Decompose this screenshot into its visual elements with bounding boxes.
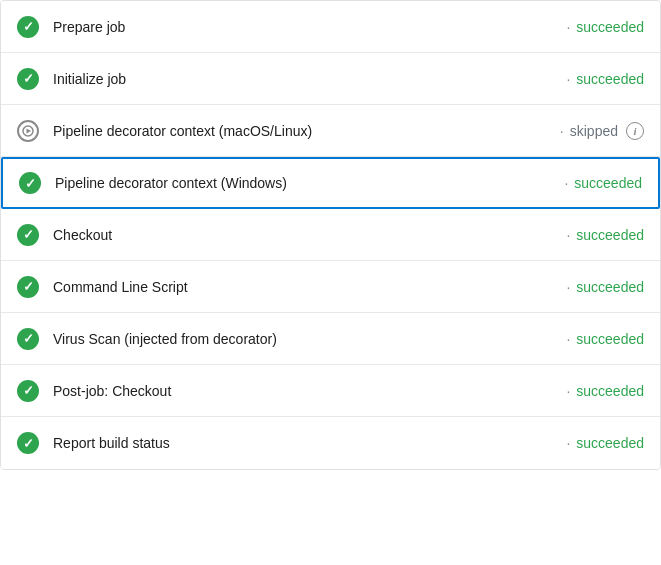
job-name-pipeline-decorator-macos: Pipeline decorator context (macOS/Linux) — [53, 123, 554, 139]
status-text-pipeline-decorator-windows: succeeded — [574, 175, 642, 191]
status-icon-pipeline-decorator-windows: ✓ — [19, 172, 41, 194]
status-icon-checkout: ✓ — [17, 224, 39, 246]
status-icon-prepare-job: ✓ — [17, 16, 39, 38]
status-icon-post-job-checkout: ✓ — [17, 380, 39, 402]
job-item-virus-scan[interactable]: ✓Virus Scan (injected from decorator)·su… — [1, 313, 660, 365]
job-list: ✓Prepare job·succeeded✓Initialize job·su… — [0, 0, 661, 470]
separator-post-job-checkout: · — [566, 383, 570, 399]
job-item-pipeline-decorator-macos[interactable]: Pipeline decorator context (macOS/Linux)… — [1, 105, 660, 157]
status-icon-command-line-script: ✓ — [17, 276, 39, 298]
status-text-initialize-job: succeeded — [576, 71, 644, 87]
status-text-pipeline-decorator-macos: skipped — [570, 123, 618, 139]
status-icon-report-build-status: ✓ — [17, 432, 39, 454]
status-text-report-build-status: succeeded — [576, 435, 644, 451]
job-name-checkout: Checkout — [53, 227, 560, 243]
job-name-post-job-checkout: Post-job: Checkout — [53, 383, 560, 399]
job-item-initialize-job[interactable]: ✓Initialize job·succeeded — [1, 53, 660, 105]
status-icon-virus-scan: ✓ — [17, 328, 39, 350]
separator-checkout: · — [566, 227, 570, 243]
job-name-report-build-status: Report build status — [53, 435, 560, 451]
status-text-virus-scan: succeeded — [576, 331, 644, 347]
separator-prepare-job: · — [566, 19, 570, 35]
separator-report-build-status: · — [566, 435, 570, 451]
job-name-initialize-job: Initialize job — [53, 71, 560, 87]
job-item-post-job-checkout[interactable]: ✓Post-job: Checkout·succeeded — [1, 365, 660, 417]
job-name-command-line-script: Command Line Script — [53, 279, 560, 295]
status-icon-initialize-job: ✓ — [17, 68, 39, 90]
job-name-pipeline-decorator-windows: Pipeline decorator context (Windows) — [55, 175, 558, 191]
separator-virus-scan: · — [566, 331, 570, 347]
info-icon-pipeline-decorator-macos[interactable]: i — [626, 122, 644, 140]
separator-pipeline-decorator-macos: · — [560, 123, 564, 139]
job-item-command-line-script[interactable]: ✓Command Line Script·succeeded — [1, 261, 660, 313]
svg-marker-1 — [27, 128, 32, 133]
job-item-checkout[interactable]: ✓Checkout·succeeded — [1, 209, 660, 261]
job-name-virus-scan: Virus Scan (injected from decorator) — [53, 331, 560, 347]
job-item-report-build-status[interactable]: ✓Report build status·succeeded — [1, 417, 660, 469]
separator-pipeline-decorator-windows: · — [564, 175, 568, 191]
status-text-prepare-job: succeeded — [576, 19, 644, 35]
status-text-command-line-script: succeeded — [576, 279, 644, 295]
job-name-prepare-job: Prepare job — [53, 19, 560, 35]
separator-command-line-script: · — [566, 279, 570, 295]
status-text-post-job-checkout: succeeded — [576, 383, 644, 399]
job-item-pipeline-decorator-windows[interactable]: ✓Pipeline decorator context (Windows)·su… — [1, 157, 660, 209]
separator-initialize-job: · — [566, 71, 570, 87]
status-icon-pipeline-decorator-macos — [17, 120, 39, 142]
status-text-checkout: succeeded — [576, 227, 644, 243]
job-item-prepare-job[interactable]: ✓Prepare job·succeeded — [1, 1, 660, 53]
